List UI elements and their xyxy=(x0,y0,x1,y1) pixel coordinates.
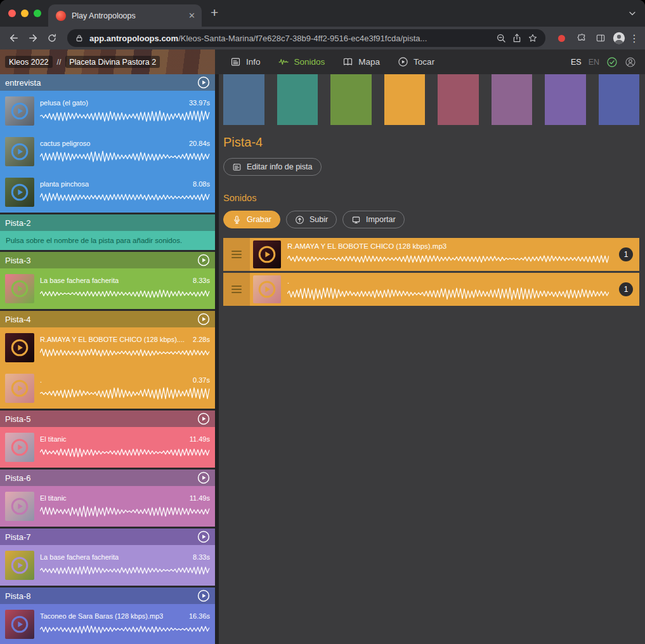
nav-info[interactable]: Info xyxy=(230,56,261,67)
sound-title[interactable]: El titanic xyxy=(40,494,67,502)
sound-thumbnail[interactable] xyxy=(5,137,34,166)
extensions-puzzle-icon[interactable] xyxy=(574,30,589,46)
new-tab-button[interactable]: + xyxy=(211,5,218,20)
track-name[interactable]: Pista-7 xyxy=(5,532,30,542)
track-play-button[interactable] xyxy=(197,412,210,425)
profile-avatar[interactable] xyxy=(612,31,626,45)
sound-thumbnail[interactable] xyxy=(5,610,34,639)
sound-title[interactable]: El titanic xyxy=(40,435,67,443)
track-play-button[interactable] xyxy=(197,589,210,602)
track-header-entrevista[interactable]: entrevista xyxy=(0,74,215,91)
sound-title[interactable]: R.AMAYA Y EL BOBOTE CHICO (128 kbps).... xyxy=(40,336,185,343)
browser-menu-icon[interactable]: ⋮ xyxy=(630,32,639,44)
sidebar-sound-item[interactable]: R.AMAYA Y EL BOBOTE CHICO (128 kbps)....… xyxy=(0,327,215,368)
sound-title[interactable]: Taconeo de Sara Baras (128 kbps).mp3 xyxy=(40,612,163,620)
sound-thumbnail[interactable] xyxy=(253,240,281,268)
sidebar-sound-item[interactable]: .0.37s xyxy=(0,368,215,409)
track-swatch-pista-7[interactable] xyxy=(545,74,586,125)
bookmark-star-icon[interactable] xyxy=(528,33,538,43)
minimize-window-button[interactable] xyxy=(21,10,29,17)
share-icon[interactable] xyxy=(512,33,522,43)
sound-title[interactable]: . xyxy=(40,376,42,384)
track-play-button[interactable] xyxy=(197,254,210,266)
sound-thumbnail[interactable] xyxy=(5,274,34,303)
account-icon[interactable] xyxy=(625,56,636,68)
lang-es[interactable]: ES xyxy=(571,58,582,67)
sound-thumbnail[interactable] xyxy=(253,275,281,303)
track-name[interactable]: Pista-4 xyxy=(5,315,30,324)
play-ring-icon[interactable] xyxy=(5,137,34,166)
track-swatch-pista-6[interactable] xyxy=(492,74,533,125)
track-swatch-pista-2[interactable] xyxy=(277,74,318,125)
track-swatch-entrevista[interactable] xyxy=(223,74,264,125)
play-ring-icon[interactable] xyxy=(5,274,34,303)
track-swatch-pista-4[interactable] xyxy=(384,74,426,125)
track-header-pista-5[interactable]: Pista-5 xyxy=(0,411,215,427)
play-ring-icon[interactable] xyxy=(5,178,34,207)
track-name[interactable]: entrevista xyxy=(5,78,41,88)
track-header-pista-2[interactable]: Pista-2 xyxy=(0,214,215,231)
breadcrumb-page[interactable]: Placeta Divina Pastora 2 xyxy=(65,56,160,68)
track-name[interactable]: Pista-2 xyxy=(5,218,30,228)
sidebar-sound-item[interactable]: La base fachera facherita8.33s xyxy=(0,268,215,309)
sidebar-sound-item[interactable]: planta pinchosa8.08s xyxy=(0,172,215,213)
sound-thumbnail[interactable] xyxy=(5,178,34,207)
track-header-pista-4[interactable]: Pista-4 xyxy=(0,311,215,327)
track-play-button[interactable] xyxy=(197,313,210,325)
sidebar-sound-item[interactable]: El titanic11.49s xyxy=(0,486,215,527)
play-ring-icon[interactable] xyxy=(5,96,34,126)
track-header-pista-6[interactable]: Pista-6 xyxy=(0,470,215,486)
lang-en[interactable]: EN xyxy=(589,58,599,67)
sidebar-sound-item[interactable]: El titanic11.49s xyxy=(0,427,215,468)
zoom-icon[interactable] xyxy=(496,33,506,43)
track-header-pista-3[interactable]: Pista-3 xyxy=(0,252,215,268)
play-ring-icon[interactable] xyxy=(5,374,34,403)
forward-button[interactable] xyxy=(25,30,41,46)
sound-thumbnail[interactable] xyxy=(5,96,34,126)
sidebar-sound-item[interactable]: pelusa (el gato)33.97s xyxy=(0,91,215,131)
sound-title[interactable]: La base fachera facherita xyxy=(40,277,119,284)
sound-title[interactable]: cactus peligroso xyxy=(40,140,91,147)
sound-thumbnail[interactable] xyxy=(5,551,34,580)
sound-row[interactable]: R.AMAYA Y EL BOBOTE CHICO (128 kbps).mp3… xyxy=(223,238,639,271)
browser-tab[interactable]: Play Antropoloops ✕ xyxy=(48,4,202,27)
back-button[interactable] xyxy=(6,30,22,46)
track-swatch-pista-8[interactable] xyxy=(599,74,640,125)
play-ring-icon[interactable] xyxy=(253,275,281,303)
tab-close-icon[interactable]: ✕ xyxy=(188,11,195,20)
subir-button[interactable]: Subir xyxy=(286,211,337,228)
sound-thumbnail[interactable] xyxy=(5,433,34,462)
drag-handle-icon[interactable] xyxy=(223,273,250,306)
sidebar-sound-item[interactable]: cactus peligroso20.84s xyxy=(0,131,215,172)
nav-tocar[interactable]: Tocar xyxy=(398,56,434,67)
play-ring-icon[interactable] xyxy=(5,551,34,580)
track-name[interactable]: Pista-5 xyxy=(5,414,30,424)
track-header-pista-8[interactable]: Pista-8 xyxy=(0,588,215,604)
close-window-button[interactable] xyxy=(8,10,16,17)
sidebar-sound-item[interactable]: La base fachera facherita8.33s xyxy=(0,545,215,586)
track-swatch-pista-3[interactable] xyxy=(330,74,372,125)
track-header-pista-7[interactable]: Pista-7 xyxy=(0,529,215,545)
status-check-icon[interactable] xyxy=(606,56,618,68)
sound-thumbnail[interactable] xyxy=(5,492,34,521)
sidebar-sound-item[interactable]: Taconeo de Sara Baras (128 kbps).mp316.3… xyxy=(0,604,215,644)
play-ring-icon[interactable] xyxy=(253,240,281,268)
sound-thumbnail[interactable] xyxy=(5,374,34,403)
address-bar[interactable]: app.antropoloops.com/Kleos-Santa-Marina/… xyxy=(67,29,545,47)
tab-list-chevron-icon[interactable] xyxy=(627,8,637,18)
play-ring-icon[interactable] xyxy=(5,610,34,639)
nav-sonidos[interactable]: Sonidos xyxy=(278,56,325,67)
breadcrumb-project[interactable]: Kleos 2022 xyxy=(5,56,53,68)
sound-title[interactable]: La base fachera facherita xyxy=(40,553,119,561)
drag-handle-icon[interactable] xyxy=(223,238,250,271)
sound-row[interactable]: .1 xyxy=(223,273,639,306)
side-panel-icon[interactable] xyxy=(593,30,608,46)
reload-button[interactable] xyxy=(44,30,60,46)
grabar-button[interactable]: Grabar xyxy=(223,211,280,228)
track-play-button[interactable] xyxy=(197,471,210,484)
nav-mapa[interactable]: Mapa xyxy=(342,56,380,67)
track-swatch-pista-5[interactable] xyxy=(438,74,479,125)
track-name[interactable]: Pista-3 xyxy=(5,256,30,265)
track-name[interactable]: Pista-8 xyxy=(5,591,30,601)
play-ring-icon[interactable] xyxy=(5,433,34,462)
